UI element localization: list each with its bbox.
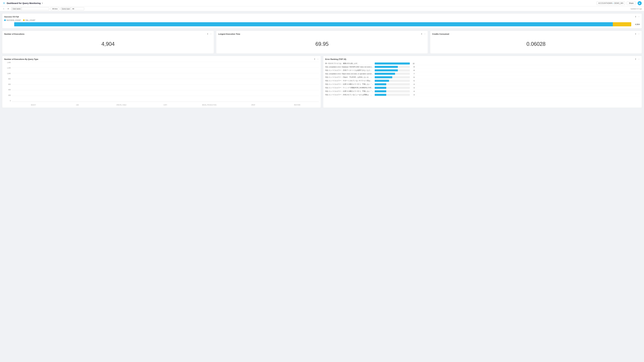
play-button[interactable]: ▶ bbox=[638, 1, 642, 5]
add-button[interactable]: + bbox=[2, 8, 5, 10]
executions-chart-header: Number of Executions By Query Type ⬆ ⋯ bbox=[4, 58, 319, 60]
exec-time-actions: ⬆ ⋯ bbox=[421, 33, 426, 35]
executions-chart-menu-btn[interactable]: ⋯ bbox=[317, 58, 319, 60]
bottom-row: Number of Executions By Query Type ⬆ ⋯ 1… bbox=[2, 56, 642, 108]
y-label-600: 600 bbox=[8, 84, 11, 85]
error-bar-wrap-7 bbox=[375, 83, 410, 85]
error-row-9: SQLコンパイルエラー：位置 0 の構文エラー行 1、予期しない「GRO... … bbox=[325, 90, 640, 93]
y-label-1200: 1,200 bbox=[7, 67, 11, 69]
share-button[interactable]: Share bbox=[627, 2, 636, 5]
error-bar-fill-10 bbox=[375, 94, 386, 96]
y-axis: 1,400 1,200 1,000 800 600 400 200 0 bbox=[4, 62, 12, 102]
error-bar-wrap-4 bbox=[375, 73, 410, 75]
y-label-400: 400 bbox=[8, 89, 11, 90]
refresh-button[interactable]: ⟳ bbox=[6, 8, 10, 10]
error-row-8: SQLコンパイルエラー：ウィンドウ関数[ROW_NUMBER() OVER (P… bbox=[325, 86, 640, 90]
credits-title: Credits Consumed bbox=[432, 33, 449, 35]
error-ranking-card: Error Ranking (TOP 10) ⬆ ⋯ 単一行のサブクエリは、複数… bbox=[323, 56, 642, 108]
error-row-6: SQLコンパイルエラー：サポートされていないサブクエリ型は評価でき... 5 bbox=[325, 79, 640, 82]
error-ranking-menu-btn[interactable]: ⋯ bbox=[638, 58, 640, 60]
error-count-6: 5 bbox=[411, 80, 414, 82]
x-label-copy: COPY bbox=[144, 104, 187, 106]
legend-fail-label: FAIL_COUNT bbox=[25, 19, 35, 21]
error-bar-wrap-3 bbox=[375, 69, 410, 72]
error-count-4: 7 bbox=[411, 73, 414, 74]
account-label: ACCOUNTADMIN bbox=[598, 2, 612, 4]
exec-time-export-btn[interactable]: ⬆ bbox=[421, 33, 422, 35]
querytype-filter-value: All bbox=[71, 7, 84, 10]
exec-time-value: 69.95 bbox=[316, 36, 328, 52]
error-desc-6: SQLコンパイルエラー：サポートされていないサブクエリ型は評価でき... bbox=[325, 80, 374, 82]
error-desc-4: SQL compilation error: Object does not e… bbox=[325, 73, 374, 74]
error-count-9: 4 bbox=[411, 90, 414, 92]
credits-value: 0.06028 bbox=[526, 36, 546, 52]
fail-bar bbox=[613, 22, 631, 26]
error-bar-wrap-10 bbox=[375, 94, 410, 96]
alltime-filter-button[interactable]: All time bbox=[50, 7, 60, 10]
legend-fail: FAIL_COUNT bbox=[23, 19, 35, 21]
error-count-2: 8 bbox=[411, 66, 414, 68]
success-fail-menu-btn[interactable]: ⋯ bbox=[638, 16, 640, 18]
error-bar-fill-5 bbox=[375, 76, 392, 78]
exec-time-title: Longest Execution Time bbox=[218, 33, 240, 35]
chart-area-wrapper: 1,400 1,200 1,000 800 600 400 200 0 bbox=[4, 62, 319, 106]
error-bar-fill-3 bbox=[375, 69, 398, 72]
exec-time-menu-btn[interactable]: ⋯ bbox=[424, 33, 426, 35]
executions-header: Number of Executions ⬆ ⋯ bbox=[4, 33, 212, 35]
success-fail-card: Success VS Fail ⬆ ⋯ SUCCESS_COUNT FAIL_C… bbox=[2, 13, 642, 28]
x-labels-container: SELECT USE CREATE_TABLE COPY BEGIN_TRANS… bbox=[12, 102, 319, 106]
querytype-filter-group: Query type All bbox=[60, 7, 84, 10]
header-dropdown-icon[interactable]: ▾ bbox=[42, 2, 43, 4]
x-label-use: USE bbox=[56, 104, 99, 106]
legend-success-label: SUCCESS_COUNT bbox=[6, 19, 21, 21]
success-fail-header: Success VS Fail ⬆ ⋯ bbox=[4, 16, 640, 18]
success-fail-actions: ⬆ ⋯ bbox=[635, 16, 640, 18]
x-label-begin-transaction: BEGIN_TRANSACTION bbox=[188, 104, 231, 106]
executions-title: Number of Executions bbox=[4, 33, 24, 35]
error-desc-2: SQL compilation error: Database 'SNOWFLA… bbox=[325, 66, 374, 68]
success-bar bbox=[14, 22, 613, 26]
error-desc-3: SQLコンパイルエラー：共有データベースは使用できなくなりました。... bbox=[325, 69, 374, 72]
error-bar-fill-6 bbox=[375, 80, 389, 82]
error-row-7: SQLコンパイルエラー：位置 0 の構文エラー行 1、予期しない「where..… bbox=[325, 82, 640, 86]
y-label-200: 200 bbox=[8, 94, 11, 96]
error-bar-wrap-9 bbox=[375, 90, 410, 92]
success-fail-export-btn[interactable]: ⬆ bbox=[635, 16, 636, 18]
executions-chart-card: Number of Executions By Query Type ⬆ ⋯ 1… bbox=[2, 56, 321, 108]
error-row-10: SQLコンパイルエラー：共有されているビューまたは関数は、他のデー... 4 bbox=[325, 93, 640, 96]
x-label-select: SELECT bbox=[12, 104, 55, 106]
error-count-3: 8 bbox=[411, 70, 414, 71]
error-count-5: 6 bbox=[411, 76, 414, 78]
error-desc-5: SQLコンパイルエラー：Object 「PLAYER」は存在しないか、許可され.… bbox=[325, 76, 374, 78]
error-row-5: SQLコンパイルエラー：Object 「PLAYER」は存在しないか、許可され.… bbox=[325, 76, 640, 79]
error-ranking-export-btn[interactable]: ⬆ bbox=[635, 58, 636, 60]
error-bar-fill-7 bbox=[375, 83, 386, 85]
bar-right-label: 4,904 bbox=[632, 23, 640, 26]
account-info: ACCOUNTADMIN • DEMO_WH bbox=[596, 2, 625, 5]
snowflake-logo: ❄ bbox=[2, 2, 6, 5]
credits-export-btn[interactable]: ⬆ bbox=[635, 33, 636, 35]
grid-line-8 bbox=[12, 102, 319, 102]
executions-actions: ⬆ ⋯ bbox=[207, 33, 212, 35]
error-count-8: 4 bbox=[411, 87, 414, 89]
executions-menu-btn[interactable]: ⋯ bbox=[210, 33, 212, 35]
header-left: ❄ Dashboard for Query Monitoring ▾ bbox=[2, 2, 43, 5]
success-fail-bar-container: 4,904 bbox=[4, 22, 640, 26]
y-label-0: 0 bbox=[10, 100, 11, 102]
executions-export-btn[interactable]: ⬆ bbox=[207, 33, 208, 35]
bars-container bbox=[12, 62, 319, 102]
y-label-1000: 1,000 bbox=[7, 73, 11, 74]
credits-menu-btn[interactable]: ⋯ bbox=[638, 33, 640, 35]
executions-chart-export-btn[interactable]: ⬆ bbox=[314, 58, 316, 60]
warehouse-label: DEMO_WH bbox=[614, 2, 623, 4]
success-fail-title: Success VS Fail bbox=[4, 16, 19, 18]
error-row-1: 単一行のサブクエリは、複数の行を返します。 12 bbox=[325, 62, 640, 65]
error-count-10: 4 bbox=[411, 94, 414, 96]
error-ranking-title: Error Ranking (TOP 10) bbox=[325, 58, 346, 60]
executions-value: 4,904 bbox=[102, 36, 114, 52]
exec-time-header: Longest Execution Time ⬆ ⋯ bbox=[218, 33, 426, 35]
username-filter-input[interactable] bbox=[22, 7, 49, 10]
toolbar-left: + ⟳ User name All time Query type All bbox=[2, 7, 84, 10]
stats-row: Number of Executions ⬆ ⋯ 4,904 Longest E… bbox=[2, 30, 642, 54]
error-ranking-header: Error Ranking (TOP 10) ⬆ ⋯ bbox=[325, 58, 640, 60]
